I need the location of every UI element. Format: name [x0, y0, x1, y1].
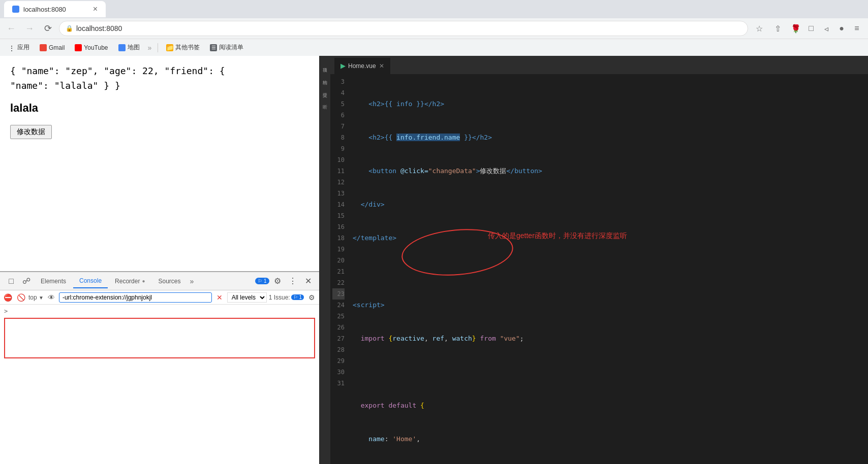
modify-data-button[interactable]: 修改数据 — [10, 125, 52, 139]
ln-30: 30 — [332, 367, 345, 378]
code-line-9: <script> — [353, 300, 864, 311]
bookmark-apps-label: 应用 — [17, 43, 29, 52]
devtools-inspect-btn[interactable]: □ — [4, 274, 18, 288]
ln-16: 16 — [332, 221, 345, 233]
editor-tab-close-btn[interactable]: ✕ — [379, 62, 384, 70]
ln-10: 10 — [332, 154, 345, 165]
devtools-close-btn[interactable]: ✕ — [301, 274, 315, 288]
ext-icon-1[interactable]: 🌹 — [789, 21, 803, 36]
devtools-device-btn[interactable]: ☍ — [19, 274, 34, 288]
code-tabs-bar: ▶ Home.vue ✕ — [330, 56, 868, 74]
address-bar[interactable]: 🔒 localhost:8080 — [59, 21, 748, 36]
console-clear-btn[interactable]: ⛔ — [2, 292, 13, 303]
bookmark-apps[interactable]: ⋮ 应用 — [4, 42, 34, 53]
issue-badge: ⚐ 1 — [255, 278, 269, 284]
ln-12: 12 — [332, 177, 345, 188]
vertical-sidebar: 项目 结构 提交 断 — [319, 56, 330, 464]
sidebar-structure-icon[interactable]: 结构 — [320, 72, 329, 81]
tab-console-label: Console — [79, 277, 102, 284]
devtools-settings-btn[interactable]: ⚙ — [270, 274, 285, 288]
more-bookmarks-btn[interactable]: » — [146, 44, 154, 52]
ln-24: 24 — [332, 300, 345, 311]
tab-recorder-label: Recorder — [115, 278, 140, 285]
ln-15: 15 — [332, 210, 345, 221]
console-filter-btn[interactable]: 🚫 — [15, 292, 26, 303]
ln-25: 25 — [332, 311, 345, 322]
chevron-down-icon: ▼ — [39, 295, 44, 301]
tab-favicon — [12, 6, 19, 13]
editor-tab-name: Home.vue — [348, 62, 376, 70]
tab-recorder[interactable]: Recorder ● — [109, 274, 151, 288]
json-display: { "name": "zep", "age": 22, "friend": { … — [10, 64, 309, 93]
devtools-more-btn[interactable]: ⋮ — [286, 274, 300, 288]
apps-icon: ⋮ — [8, 44, 15, 51]
issue-count-label: 1 Issue: ⚐ 1 — [269, 294, 304, 301]
devtools-tabs: □ ☍ Elements Console Recorder ● Sources — [0, 272, 319, 290]
ext-icon-2[interactable]: □ — [804, 21, 818, 36]
bookmark-btn[interactable]: ☆ — [752, 21, 766, 36]
ln-6: 6 — [332, 110, 345, 121]
tab-elements[interactable]: Elements — [35, 274, 72, 288]
ext-icon-5[interactable]: ≡ — [850, 21, 864, 36]
tab-sources[interactable]: Sources — [152, 274, 187, 288]
back-button[interactable]: ← — [4, 21, 18, 36]
bookmark-other-label: 其他书签 — [175, 43, 200, 52]
json-line2: "name": "lalala" } } — [10, 80, 120, 91]
bookmark-reading[interactable]: ☰ 阅读清单 — [206, 42, 247, 53]
ln-4: 4 — [332, 87, 345, 98]
maps-icon — [118, 44, 126, 51]
console-prompt-line — [0, 307, 319, 316]
code-line-4: <h2>{{ info.friend.name }}</h2> — [353, 132, 864, 143]
console-eye-btn[interactable]: 👁 — [46, 292, 57, 303]
ln-23: 23 — [332, 288, 345, 300]
log-level-select[interactable]: All levels — [227, 292, 267, 303]
code-line-10: import {reactive, ref, watch} from "vue"… — [353, 333, 864, 344]
left-panel: { "name": "zep", "age": 22, "friend": { … — [0, 56, 319, 464]
vue-icon: ▶ — [340, 62, 345, 70]
code-content[interactable]: <h2>{{ info }}</h2> <h2>{{ info.friend.n… — [349, 74, 868, 464]
bookmark-youtube[interactable]: YouTube — [71, 43, 112, 52]
code-line-7: </template> — [353, 233, 864, 244]
url-text: localhost:8080 — [76, 24, 122, 32]
bookmark-gmail[interactable]: Gmail — [36, 43, 69, 52]
ln-5: 5 — [332, 98, 345, 110]
reading-list-icon: ☰ — [210, 44, 217, 51]
code-line-6: </div> — [353, 199, 864, 210]
tab-sources-label: Sources — [158, 278, 180, 285]
console-input-area[interactable] — [4, 318, 315, 358]
bookmark-other[interactable]: 📁 其他书签 — [162, 42, 204, 53]
issue-badge-btn[interactable]: ⚐ 1 — [255, 274, 269, 288]
browser-tab[interactable]: localhost:8080 × — [4, 1, 106, 17]
ln-9: 9 — [332, 143, 345, 154]
console-filter-input[interactable] — [59, 292, 212, 303]
refresh-button[interactable]: ⟳ — [41, 21, 55, 36]
ln-19: 19 — [332, 244, 345, 255]
bookmark-maps[interactable]: 地图 — [114, 42, 144, 53]
console-toolbar: ⛔ 🚫 top ▼ 👁 ✕ All levels 1 Issue: ⚐ 1 — [0, 290, 319, 305]
address-bar-row: ← → ⟳ 🔒 localhost:8080 ☆ ⇧ 🌹 □ ◃ ● ≡ — [0, 18, 868, 39]
console-gear-btn[interactable]: ⚙ — [306, 292, 317, 303]
tab-close-btn[interactable]: × — [93, 5, 98, 14]
console-output[interactable] — [0, 305, 319, 464]
ln-26: 26 — [332, 322, 345, 333]
console-top-label[interactable]: top ▼ — [28, 294, 44, 301]
ext-icon-4[interactable]: ● — [834, 21, 849, 36]
sidebar-vcs-icon[interactable]: 提交 — [320, 84, 329, 93]
code-panel: ▶ Home.vue ✕ 3 4 5 6 7 — [330, 56, 868, 464]
ln-11: 11 — [332, 165, 345, 177]
ln-13: 13 — [332, 188, 345, 199]
forward-button[interactable]: → — [22, 21, 37, 36]
devtools-panel: □ ☍ Elements Console Recorder ● Sources — [0, 271, 319, 464]
browser-window: localhost:8080 × ← → ⟳ 🔒 localhost:8080 … — [0, 0, 868, 464]
ext-icon-3[interactable]: ◃ — [819, 21, 833, 36]
more-devtools-tabs[interactable]: » — [188, 277, 196, 285]
sidebar-project-icon[interactable]: 项目 — [320, 60, 329, 69]
browser-chrome: localhost:8080 × ← → ⟳ 🔒 localhost:8080 … — [0, 0, 868, 56]
filter-clear-btn[interactable]: ✕ — [214, 292, 225, 303]
tab-console[interactable]: Console — [73, 274, 108, 288]
editor-tab-home-vue[interactable]: ▶ Home.vue ✕ — [334, 58, 390, 74]
tab-title: localhost:8080 — [23, 6, 66, 13]
share-btn[interactable]: ⇧ — [770, 21, 785, 36]
sidebar-todo-icon[interactable]: 断 — [320, 96, 329, 106]
bookmark-separator — [158, 43, 158, 52]
